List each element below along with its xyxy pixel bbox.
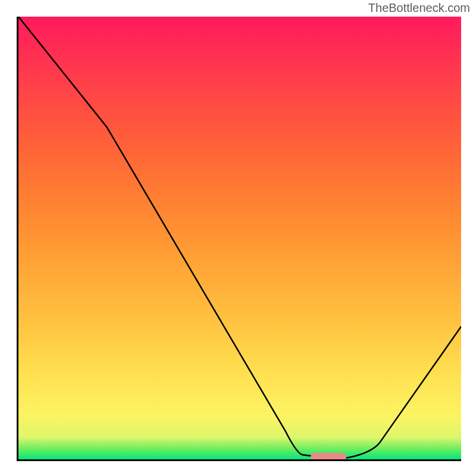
- watermark-text: TheBottleneck.com: [368, 1, 470, 15]
- chart-plot-area: [17, 17, 461, 461]
- optimum-marker: [311, 453, 346, 461]
- bottleneck-curve: [18, 17, 461, 459]
